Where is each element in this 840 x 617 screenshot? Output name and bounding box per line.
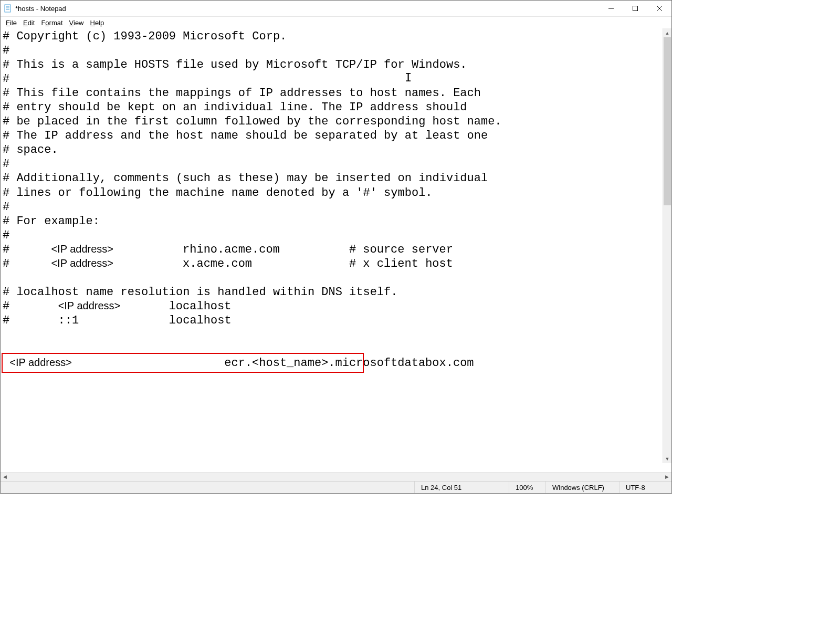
text-line: # localhost name resolution is handled w… (3, 285, 669, 299)
vertical-scrollbar[interactable]: ▲ ▼ (663, 28, 671, 463)
status-zoom: 100% (509, 482, 545, 493)
text-line (3, 342, 669, 356)
scroll-up-icon[interactable]: ▲ (663, 28, 671, 37)
menu-view[interactable]: View (66, 18, 87, 28)
text-line: # lines or following the machine name de… (3, 186, 669, 200)
text-line: # Copyright (c) 1993-2009 Microsoft Corp… (3, 29, 669, 44)
text-line: # (3, 200, 669, 214)
text-line: # be placed in the first column followed… (3, 114, 669, 129)
window-title: *hosts - Notepad (15, 5, 599, 13)
text-line: # (3, 157, 669, 171)
status-position: Ln 24, Col 51 (414, 482, 509, 493)
text-line: # entry should be kept on an individual … (3, 100, 669, 114)
svg-rect-5 (633, 6, 638, 11)
scroll-down-icon[interactable]: ▼ (663, 454, 671, 463)
title-bar: *hosts - Notepad (1, 1, 671, 17)
status-line-ending: Windows (CRLF) (545, 482, 619, 493)
text-line: # <IP address> rhino.acme.com # source s… (3, 243, 669, 257)
close-button[interactable] (647, 1, 671, 16)
text-line: # This is a sample HOSTS file used by Mi… (3, 58, 669, 72)
minimize-button[interactable] (599, 1, 623, 16)
maximize-button[interactable] (623, 1, 647, 16)
text-line: # space. (3, 143, 669, 157)
horizontal-scrollbar[interactable]: ◀ ▶ (1, 472, 671, 481)
text-editor[interactable]: # Copyright (c) 1993-2009 Microsoft Corp… (1, 28, 671, 472)
text-line: # Additionally, comments (such as these)… (3, 171, 669, 185)
scroll-left-icon[interactable]: ◀ (1, 473, 9, 481)
scroll-right-icon[interactable]: ▶ (663, 473, 671, 481)
scroll-thumb[interactable] (664, 37, 671, 205)
text-line: # (3, 72, 669, 86)
svg-rect-0 (5, 5, 10, 12)
text-line (3, 271, 669, 285)
text-line: # For example: (3, 214, 669, 228)
menu-help[interactable]: Help (87, 18, 108, 28)
menu-edit[interactable]: Edit (20, 18, 38, 28)
editor-area: # Copyright (c) 1993-2009 Microsoft Corp… (1, 28, 671, 472)
menu-format[interactable]: Format (38, 18, 66, 28)
text-line (3, 328, 669, 342)
text-line: # (3, 228, 669, 243)
text-line: # (3, 44, 669, 58)
menu-file[interactable]: File (3, 18, 20, 28)
menu-bar: File Edit Format View Help (1, 17, 671, 28)
text-line: # This file contains the mappings of IP … (3, 86, 669, 100)
text-line: # ::1 localhost (3, 313, 669, 328)
text-line: <IP address> ecr.<host_name>.microsoftda… (3, 356, 669, 370)
text-line: # <IP address> x.acme.com # x client hos… (3, 257, 669, 271)
text-line: # The IP address and the host name shoul… (3, 129, 669, 143)
status-encoding: UTF-8 (619, 482, 671, 493)
text-line: # <IP address> localhost (3, 299, 669, 313)
status-bar: Ln 24, Col 51 100% Windows (CRLF) UTF-8 (1, 481, 671, 493)
notepad-icon (4, 4, 12, 13)
status-spacer (1, 482, 414, 493)
window-controls (599, 1, 671, 16)
